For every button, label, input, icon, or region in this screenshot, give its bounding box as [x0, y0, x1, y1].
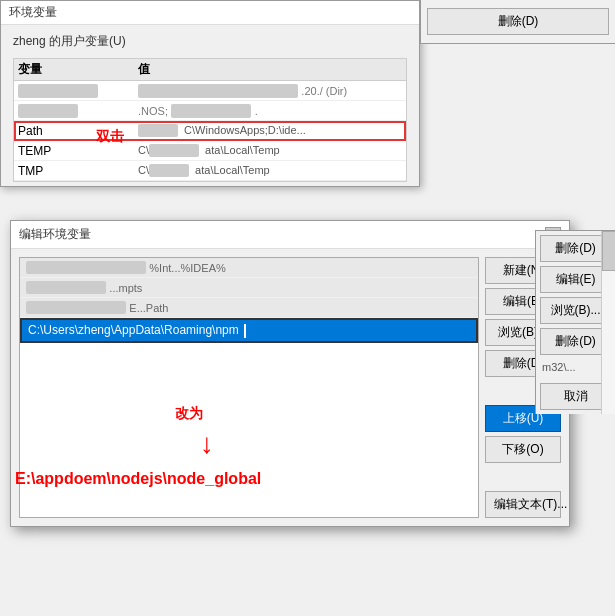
table-row[interactable]: TMP C\ ata\Local\Temp	[14, 161, 406, 181]
user-vars-table: 变量 值 .20./ (Dir) .NOS;	[13, 58, 407, 182]
env-dialog: 环境变量 zheng 的用户变量(U) 变量 值 .20./ (Dir)	[0, 0, 420, 187]
double-click-annotation: 双击	[96, 128, 124, 146]
blurred-var2	[18, 104, 78, 118]
table-header: 变量 值	[14, 59, 406, 81]
path-blurred	[138, 124, 178, 137]
tmp-blurred	[149, 164, 189, 177]
right-panel: 删除(D)	[420, 0, 615, 44]
list-item[interactable]: E...Path	[20, 298, 478, 318]
new-path-annotation: E:\appdoem\nodejs\node_global	[15, 470, 261, 488]
change-to-annotation: 改为	[175, 405, 203, 423]
path-val: C\WindowsApps;D:\ide...	[138, 124, 402, 137]
blurred-val	[138, 84, 298, 98]
delete-btn-top[interactable]: 删除(D)	[427, 8, 609, 35]
selected-path-item[interactable]: C:\Users\zheng\AppData\Roaming\npm	[20, 318, 478, 343]
env-dialog-titlebar: 环境变量	[1, 1, 419, 25]
user-section-label: zheng 的用户变量(U)	[1, 25, 419, 54]
scrollbar[interactable]	[601, 231, 615, 414]
path-row[interactable]: Path C\WindowsApps;D:\ide...	[14, 121, 406, 141]
down-arrow-icon: ↓	[200, 430, 214, 458]
row-var	[18, 104, 138, 118]
edit-dialog-title: 编辑环境变量	[19, 226, 91, 243]
right-btn-area: 删除(D)	[421, 0, 615, 43]
list-item[interactable]: %Int...%IDEA%	[20, 258, 478, 278]
temp-blurred	[149, 144, 199, 157]
edit-text-button[interactable]: 编辑文本(T)...	[485, 491, 561, 518]
env-dialog-title: 环境变量	[9, 4, 57, 21]
table-row[interactable]: .NOS; .	[14, 101, 406, 121]
list-item[interactable]: ...mpts	[20, 278, 478, 298]
temp-val: C\ ata\Local\Temp	[138, 144, 402, 157]
tmp-var: TMP	[18, 164, 138, 178]
row-val: .20./ (Dir)	[138, 84, 402, 98]
row-val: .NOS; .	[138, 104, 402, 118]
header-var: 变量	[18, 61, 138, 78]
edit-dialog-titlebar: 编辑环境变量 ×	[11, 221, 569, 249]
right-partial-panel: 删除(D) 编辑(E) 浏览(B)... 删除(D) m32\... 取消	[535, 230, 615, 414]
selected-path-text: C:\Users\zheng\AppData\Roaming\npm	[28, 323, 239, 337]
scrollbar-thumb[interactable]	[602, 231, 615, 271]
row-var	[18, 84, 138, 98]
table-row[interactable]: TEMP C\ ata\Local\Temp	[14, 141, 406, 161]
move-down-button[interactable]: 下移(O)	[485, 436, 561, 463]
blurred-var	[18, 84, 98, 98]
blurred-val2	[171, 104, 251, 118]
table-row[interactable]: .20./ (Dir)	[14, 81, 406, 101]
header-val: 值	[138, 61, 402, 78]
tmp-val: C\ ata\Local\Temp	[138, 164, 402, 177]
